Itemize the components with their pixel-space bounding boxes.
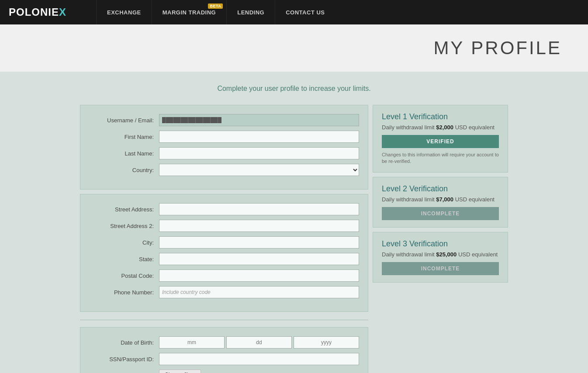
phone-label: Phone Number:: [89, 289, 159, 296]
ssn-row: SSN/Passport ID:: [89, 353, 359, 365]
level1-card: Level 1 Verification Daily withdrawal li…: [373, 105, 508, 173]
street1-row: Street Address:: [89, 203, 359, 215]
street2-label: Street Address 2:: [89, 223, 159, 229]
scan-photo-label: Scan of Photo ID:: [89, 372, 159, 373]
state-label: State:: [89, 256, 159, 262]
city-label: City:: [89, 239, 159, 246]
lastname-input[interactable]: [159, 147, 359, 159]
level1-reverify-note: Changes to this information will require…: [382, 152, 499, 165]
level1-status-button: VERIFIED: [382, 135, 499, 148]
street2-row: Street Address 2:: [89, 220, 359, 232]
firstname-row: First Name:: [89, 131, 359, 143]
nav-contact-us[interactable]: CONTACT US: [275, 0, 335, 24]
level1-heading: Level 1 Verification: [382, 112, 499, 121]
country-label: Country:: [89, 167, 159, 173]
level3-withdrawal: Daily withdrawal limit $25,000 USD equiv…: [382, 251, 499, 258]
street1-input[interactable]: [159, 203, 359, 215]
brand-name: POLONIEX: [9, 6, 66, 18]
scan-photo-choose-button[interactable]: Choose file...: [159, 370, 201, 373]
brand-logo[interactable]: POLONIEX: [0, 0, 96, 24]
country-row: Country:: [89, 164, 359, 176]
section-divider: [80, 320, 368, 320]
username-row: Username / Email:: [89, 114, 359, 126]
firstname-input[interactable]: [159, 131, 359, 143]
level2-status-button: INCOMPLETE: [382, 207, 499, 220]
form-card-2: Street Address: Street Address 2: City: …: [80, 194, 368, 312]
page-header: MY PROFILE: [0, 24, 588, 72]
nav-items: EXCHANGE MARGIN TRADING BETA LENDING CON…: [96, 0, 336, 24]
page-title: MY PROFILE: [0, 38, 562, 59]
postal-input[interactable]: [159, 269, 359, 282]
level3-heading: Level 3 Verification: [382, 239, 499, 249]
level3-status-button: INCOMPLETE: [382, 262, 499, 275]
dob-inputs: [159, 336, 359, 349]
profile-subtitle: Complete your user profile to increase y…: [9, 85, 579, 93]
lastname-label: Last Name:: [89, 150, 159, 157]
firstname-label: First Name:: [89, 134, 159, 140]
main-content: Complete your user profile to increase y…: [0, 72, 588, 373]
form-card-1: Username / Email: First Name: Last Name:…: [80, 105, 368, 190]
navbar: POLONIEX EXCHANGE MARGIN TRADING BETA LE…: [0, 0, 588, 24]
username-input[interactable]: [159, 114, 359, 126]
dob-yyyy-input[interactable]: [294, 336, 359, 349]
postal-row: Postal Code:: [89, 269, 359, 282]
postal-label: Postal Code:: [89, 273, 159, 279]
left-forms: Username / Email: First Name: Last Name:…: [80, 105, 368, 373]
dob-mm-input[interactable]: [159, 336, 225, 349]
scan-photo-row: Scan of Photo ID: Choose file...: [89, 370, 359, 373]
right-panels: Level 1 Verification Daily withdrawal li…: [373, 105, 508, 373]
street2-input[interactable]: [159, 220, 359, 232]
dob-dd-input[interactable]: [226, 336, 292, 349]
ssn-label: SSN/Passport ID:: [89, 356, 159, 363]
level2-withdrawal: Daily withdrawal limit $7,000 USD equiva…: [382, 196, 499, 203]
nav-margin-trading[interactable]: MARGIN TRADING BETA: [152, 0, 227, 24]
nav-exchange[interactable]: EXCHANGE: [96, 0, 152, 24]
level3-card: Level 3 Verification Daily withdrawal li…: [373, 232, 508, 283]
username-label: Username / Email:: [89, 117, 159, 124]
beta-badge: BETA: [208, 3, 223, 9]
city-row: City:: [89, 236, 359, 249]
country-select[interactable]: [159, 164, 359, 176]
level2-heading: Level 2 Verification: [382, 184, 499, 193]
dob-label: Date of Birth:: [89, 339, 159, 346]
street1-label: Street Address:: [89, 206, 159, 213]
state-input[interactable]: [159, 253, 359, 265]
level2-card: Level 2 Verification Daily withdrawal li…: [373, 177, 508, 228]
ssn-input[interactable]: [159, 353, 359, 365]
phone-row: Phone Number:: [89, 286, 359, 298]
lastname-row: Last Name:: [89, 147, 359, 159]
state-row: State:: [89, 253, 359, 265]
nav-lending[interactable]: LENDING: [226, 0, 275, 24]
phone-input[interactable]: [159, 286, 359, 298]
dob-row: Date of Birth:: [89, 336, 359, 349]
city-input[interactable]: [159, 236, 359, 249]
level1-withdrawal: Daily withdrawal limit $2,000 USD equiva…: [382, 124, 499, 131]
profile-wrapper: Username / Email: First Name: Last Name:…: [80, 105, 508, 373]
form-card-3: Date of Birth: SSN/Passport ID: Scan of …: [80, 327, 368, 373]
